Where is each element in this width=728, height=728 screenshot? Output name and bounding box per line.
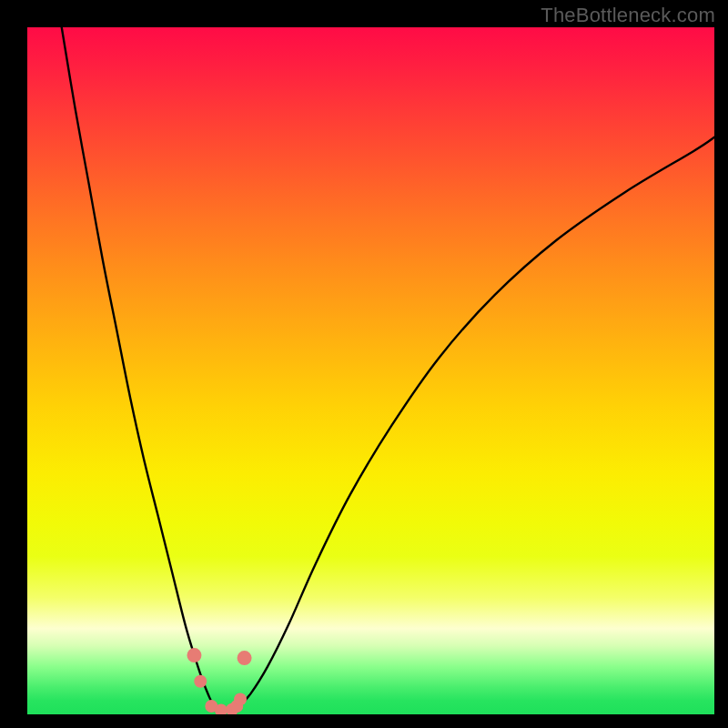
chart-frame: TheBottleneck.com [0,0,728,728]
data-marker [238,651,252,665]
curve-group [62,27,714,711]
marker-group [187,648,251,714]
data-marker [234,693,247,705]
plot-area [27,27,714,714]
chart-svg [27,27,714,714]
data-marker [187,648,201,662]
watermark-text: TheBottleneck.com [541,4,715,27]
data-marker [194,675,207,688]
curve-path [62,27,217,711]
curve-path [237,137,714,709]
